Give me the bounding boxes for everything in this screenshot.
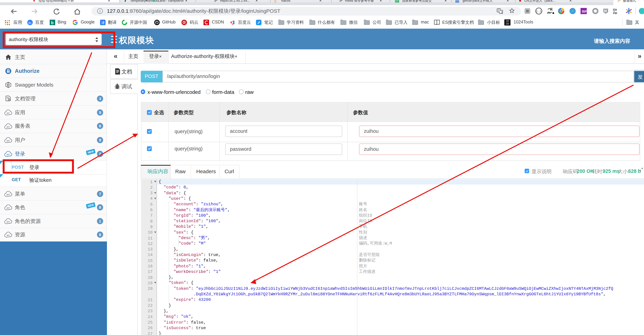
- svg-text:API: API: [6, 140, 10, 142]
- svg-text:API: API: [6, 153, 10, 156]
- svg-text:英: 英: [550, 8, 553, 11]
- svg-text:M: M: [604, 9, 607, 12]
- svg-text:API: API: [6, 112, 10, 114]
- svg-text:API: API: [6, 221, 10, 223]
- svg-text:Git: Git: [613, 8, 617, 11]
- svg-text:API: API: [6, 126, 10, 128]
- svg-text:译: 译: [101, 21, 105, 25]
- svg-text:API: API: [6, 194, 10, 196]
- svg-text:API: API: [6, 207, 10, 209]
- svg-text:文: 文: [501, 11, 503, 14]
- svg-text:API: API: [6, 234, 10, 236]
- svg-text:{…}: {…}: [536, 10, 541, 12]
- svg-text:RP: RP: [582, 10, 587, 13]
- svg-text:G: G: [498, 9, 500, 12]
- svg-text:Zip: Zip: [613, 11, 617, 14]
- svg-text:b: b: [51, 20, 54, 25]
- svg-text:du: du: [28, 22, 32, 24]
